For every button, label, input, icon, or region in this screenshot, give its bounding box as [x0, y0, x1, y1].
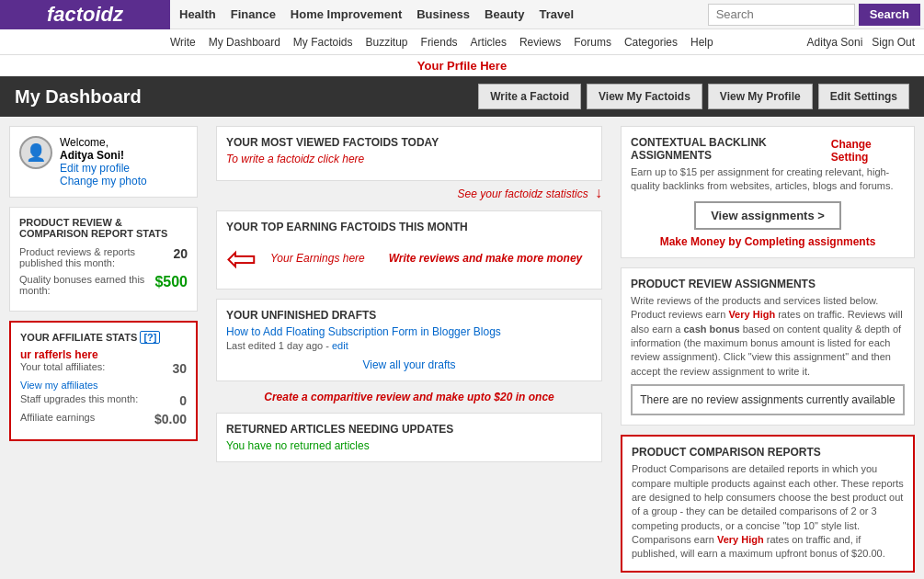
- earnings-section: ⇦ Your Earnings here Write reviews and m…: [226, 237, 592, 279]
- nav-business[interactable]: Business: [416, 7, 470, 21]
- affiliate-link-text[interactable]: ur rafferls here: [20, 348, 187, 361]
- contextual-box: CONTEXTUAL BACKLINK ASSIGNMENTS Change S…: [621, 126, 915, 258]
- dashboard-title: My Dashboard: [15, 86, 478, 108]
- aff-earnings-value: $0.00: [154, 412, 187, 426]
- middle-content: YOUR MOST VIEWED FACTOIDS TODAY To write…: [207, 117, 611, 579]
- aff-earnings-label: Affiliate earnings: [20, 412, 95, 426]
- returned-message: You have no returned articles: [226, 439, 592, 452]
- aff-total-value: 30: [172, 361, 187, 376]
- stats-row1-label: Product reviews & reports published this…: [19, 246, 173, 268]
- product-stats-title: PRODUCT REVIEW & COMPARISON REPORT STATS: [19, 217, 188, 239]
- nav-friends[interactable]: Friends: [421, 36, 458, 49]
- welcome-greeting: Welcome, Aditya Soni!: [60, 136, 147, 162]
- dashboard-buttons: Write a Factoid View My Factoids View My…: [478, 84, 909, 109]
- view-all-drafts-link[interactable]: View all your drafts: [226, 358, 592, 371]
- aff-total-label: Your total affiliates:: [20, 361, 105, 376]
- top-nav: factoidz Health Finance Home Improvement…: [0, 0, 924, 29]
- nav-write[interactable]: Write: [170, 36, 196, 49]
- stats-row2-value: $500: [154, 274, 188, 296]
- pr-title: PRODUCT REVIEW ASSIGNMENTS: [631, 278, 905, 290]
- search-button[interactable]: Search: [859, 4, 920, 26]
- most-viewed-box: YOUR MOST VIEWED FACTOIDS TODAY To write…: [216, 126, 602, 181]
- view-affiliates-link[interactable]: View my affiliates: [20, 380, 187, 391]
- top-earning-box: YOUR TOP EARNING FACTOIDS THIS MONTH ⇦ Y…: [216, 210, 602, 290]
- returned-title: RETURNED ARTICLES NEEDING UPDATES: [226, 423, 592, 436]
- search-input[interactable]: [708, 4, 855, 26]
- greeting-label: Welcome,: [60, 136, 108, 149]
- user-name: Aditya Soni!: [60, 149, 124, 162]
- aff-row-total: Your total affiliates: 30: [20, 361, 187, 376]
- nav-finance[interactable]: Finance: [231, 7, 276, 21]
- nav-forums[interactable]: Forums: [574, 36, 611, 49]
- arrow-left-icon: ⇦: [226, 237, 257, 279]
- profile-note-text: Your Prfile Here: [417, 59, 507, 73]
- main-content: 👤 Welcome, Aditya Soni! Edit my profile …: [0, 117, 924, 579]
- affiliate-box: YOUR AFFILIATE STATS [?] ur rafferls her…: [9, 321, 198, 441]
- nav-buzzitup[interactable]: Buzzitup: [366, 36, 408, 49]
- most-viewed-annotation: To write a factoidz click here: [226, 153, 592, 165]
- most-viewed-title: YOUR MOST VIEWED FACTOIDS TODAY: [226, 136, 592, 149]
- nav-beauty[interactable]: Beauty: [485, 7, 524, 21]
- ctx-description: Earn up to $15 per assignment for creati…: [631, 165, 905, 194]
- view-my-factoids-button[interactable]: View My Factoids: [587, 84, 702, 109]
- comp-description: Product Comparisons are detailed reports…: [632, 462, 904, 562]
- nav-travel[interactable]: Travel: [539, 7, 574, 21]
- drafts-box: YOUR UNFINISHED DRAFTS How to Add Floati…: [216, 299, 602, 381]
- logo-text: factoidz: [47, 3, 123, 27]
- left-sidebar: 👤 Welcome, Aditya Soni! Edit my profile …: [0, 117, 207, 579]
- stats-row-1: Product reviews & reports published this…: [19, 246, 188, 268]
- search-area: Search: [708, 4, 920, 26]
- change-photo-link[interactable]: Change my photo: [60, 175, 147, 187]
- welcome-text: Welcome, Aditya Soni! Edit my profile Ch…: [60, 136, 147, 187]
- make-money-text: Make Money by Completing assignments: [631, 235, 905, 248]
- dashboard-header: My Dashboard Write a Factoid View My Fac…: [0, 76, 924, 117]
- view-assignments-button[interactable]: View assignments >: [694, 201, 841, 230]
- nav-home-improvement[interactable]: Home Improvement: [291, 7, 402, 21]
- second-nav: Write My Dashboard My Factoids Buzzitup …: [0, 29, 924, 55]
- user-profile-link[interactable]: Aditya Soni: [807, 36, 863, 49]
- edit-profile-link[interactable]: Edit my profile: [60, 162, 147, 175]
- sign-out-link[interactable]: Sign Out: [872, 36, 915, 49]
- draft-item[interactable]: How to Add Floating Subscription Form in…: [226, 325, 592, 338]
- drafts-title: YOUR UNFINISHED DRAFTS: [226, 309, 592, 322]
- nav-help[interactable]: Help: [690, 36, 713, 49]
- stats-row1-value: 20: [173, 246, 188, 268]
- aff-row-staff: Staff upgrades this month: 0: [20, 393, 187, 408]
- comparison-box: PRODUCT COMPARISON REPORTS Product Compa…: [621, 435, 915, 573]
- review-annotation: Write reviews and make more money: [389, 252, 583, 265]
- avatar: 👤: [19, 136, 52, 169]
- pr-description: Write reviews of the products and servic…: [631, 294, 905, 379]
- statistics-annotation-text: See your factoidz statistics: [458, 187, 588, 200]
- nav-reviews[interactable]: Reviews: [519, 36, 561, 49]
- nav-categories[interactable]: Categories: [624, 36, 678, 49]
- user-links: Aditya Soni Sign Out: [807, 36, 915, 49]
- product-review-box: PRODUCT REVIEW ASSIGNMENTS Write reviews…: [621, 267, 915, 426]
- profile-note: Your Prfile Here: [0, 55, 924, 76]
- main-nav: Health Finance Home Improvement Business…: [170, 7, 708, 21]
- nav-my-dashboard[interactable]: My Dashboard: [209, 36, 280, 49]
- draft-edited: Last edited 1 day ago: [226, 340, 323, 351]
- affiliate-title-text: YOUR AFFILIATE STATS: [20, 332, 137, 343]
- stats-row2-label: Quality bonuses earned this month:: [19, 274, 154, 296]
- arrow-down-icon: ↓: [595, 185, 602, 200]
- review-annotation-text: Write reviews and make more money: [389, 252, 583, 265]
- earnings-annotation: Your Earnings here: [270, 252, 365, 265]
- no-assignments-text: There are no review assignments currentl…: [631, 384, 905, 415]
- nav-articles[interactable]: Articles: [471, 36, 507, 49]
- right-sidebar: CONTEXTUAL BACKLINK ASSIGNMENTS Change S…: [611, 117, 924, 579]
- very-high-label: Very High: [728, 309, 775, 320]
- nav-health[interactable]: Health: [179, 7, 216, 21]
- logo[interactable]: factoidz: [0, 0, 170, 29]
- returned-box: RETURNED ARTICLES NEEDING UPDATES You ha…: [216, 413, 602, 462]
- draft-edit-link[interactable]: edit: [332, 340, 348, 351]
- change-setting-link[interactable]: Change Setting: [831, 138, 905, 164]
- welcome-box: 👤 Welcome, Aditya Soni! Edit my profile …: [9, 126, 198, 198]
- view-my-profile-button[interactable]: View My Profile: [708, 84, 813, 109]
- write-factoid-button[interactable]: Write a Factoid: [478, 84, 581, 109]
- aff-row-earnings: Affiliate earnings $0.00: [20, 412, 187, 426]
- create-annotation: Create a comparitive review and make upt…: [216, 391, 602, 403]
- help-icon[interactable]: [?]: [140, 331, 160, 344]
- nav-my-factoids[interactable]: My Factoids: [293, 36, 353, 49]
- edit-settings-button[interactable]: Edit Settings: [818, 84, 909, 109]
- ctx-title: CONTEXTUAL BACKLINK ASSIGNMENTS: [631, 136, 831, 162]
